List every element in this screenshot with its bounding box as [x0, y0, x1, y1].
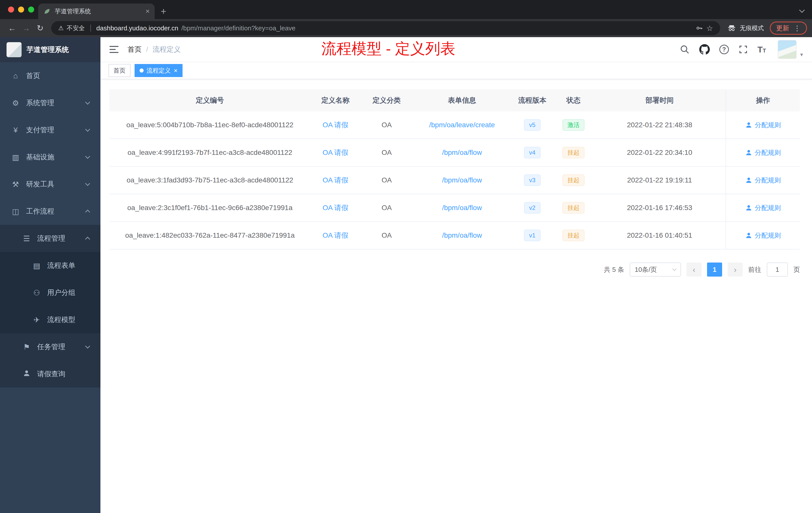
definition-name-link[interactable]: OA 请假: [323, 176, 348, 184]
current-page-button[interactable]: 1: [707, 263, 722, 277]
next-page-button[interactable]: ›: [728, 263, 743, 277]
breadcrumb-home[interactable]: 首页: [127, 45, 142, 54]
help-icon[interactable]: ?: [719, 45, 729, 54]
tag-active[interactable]: 流程定义 ×: [135, 64, 182, 77]
form-icon: ▤: [31, 261, 42, 270]
sidebar-item-label: 流程表单: [47, 261, 100, 270]
user-menu[interactable]: ▾: [778, 40, 803, 59]
sidebar-item[interactable]: ⌂首页: [0, 62, 100, 89]
user-avatar[interactable]: [778, 40, 797, 59]
sidebar-item-label: 任务管理: [37, 342, 100, 352]
assign-rule-link[interactable]: 分配规则: [745, 204, 781, 212]
definition-id: oa_leave:5:004b710b-7b8a-11ec-8ef0-acde4…: [110, 121, 310, 129]
minimize-window-button[interactable]: [18, 6, 24, 12]
logo-image: [6, 42, 22, 57]
tab-close-icon[interactable]: ×: [146, 8, 150, 15]
definition-name-link[interactable]: OA 请假: [323, 204, 348, 212]
browser-menu-icon[interactable]: ⋮: [794, 24, 801, 32]
user-group-icon: ⚇: [31, 289, 42, 297]
user-icon: [745, 177, 752, 184]
deploy-time: 2022-01-22 21:48:38: [593, 121, 726, 129]
sidebar-menu: ⌂首页⚙系统管理¥支付管理▥基础设施⚒研发工具◫工作流程☰流程管理▤流程表单⚇用…: [0, 62, 100, 388]
table-header: 定义编号 定义名称 定义分类 表单信息 流程版本 状态 部署时间 操作: [110, 89, 800, 112]
model-icon: ✈: [31, 315, 42, 324]
collapse-sidebar-icon[interactable]: [110, 46, 118, 53]
sidebar-item[interactable]: ☰流程管理: [0, 225, 100, 252]
update-button[interactable]: 更新 ⋮: [770, 22, 807, 35]
version-badge: v2: [524, 202, 540, 214]
sidebar-item-label: 首页: [26, 71, 100, 81]
tag-close-icon[interactable]: ×: [174, 67, 177, 74]
update-label: 更新: [776, 24, 789, 33]
form-info-link[interactable]: /bpm/oa/leave/create: [429, 121, 495, 129]
definition-name-link[interactable]: OA 请假: [323, 149, 348, 156]
sidebar-item[interactable]: ◫工作流程: [0, 198, 100, 225]
back-button[interactable]: ←: [5, 24, 19, 33]
deploy-time: 2022-01-22 20:34:10: [593, 149, 726, 157]
sidebar-item[interactable]: ¥支付管理: [0, 117, 100, 144]
goto-label: 前往: [748, 265, 761, 274]
sidebar-item[interactable]: ▤流程表单: [0, 252, 100, 279]
page-content: 定义编号 定义名称 定义分类 表单信息 流程版本 状态 部署时间 操作 oa_l…: [100, 79, 812, 513]
browser-toolbar: ← → ↻ ⚠ 不安全 dashboard.yudao.iocoder.cn/b…: [0, 19, 812, 37]
assign-rule-label: 分配规则: [755, 176, 781, 185]
devtools-icon: ⚒: [10, 180, 21, 189]
sidebar-item[interactable]: 请假查询: [0, 360, 100, 388]
sidebar-item[interactable]: ▥基础设施: [0, 144, 100, 171]
new-tab-button[interactable]: +: [161, 6, 166, 16]
infrastructure-icon: ▥: [10, 153, 21, 162]
url-host: dashboard.yudao.iocoder.cn: [96, 24, 178, 32]
form-info-link[interactable]: /bpm/oa/flow: [442, 149, 482, 156]
sidebar-item[interactable]: ⚑任务管理: [0, 333, 100, 360]
page-size-select[interactable]: 10条/页: [630, 263, 681, 277]
tag-home[interactable]: 首页: [109, 64, 130, 77]
search-icon[interactable]: [680, 44, 690, 55]
definition-id: oa_leave:1:482ec033-762a-11ec-8477-a2380…: [110, 232, 310, 239]
column-header-status: 状态: [553, 96, 593, 105]
definition-name-link[interactable]: OA 请假: [323, 121, 348, 129]
browser-tabstrip: 芋道管理系统 × +: [0, 0, 812, 19]
version-badge: v4: [524, 147, 540, 158]
browser-tab[interactable]: 芋道管理系统 ×: [38, 3, 155, 19]
tab-search-chevron-icon[interactable]: [799, 7, 805, 13]
definition-id: oa_leave:3:1fad3d93-7b75-11ec-a3c8-acde4…: [110, 176, 310, 184]
select-caret-icon: [672, 267, 677, 271]
definition-category: OA: [360, 176, 413, 184]
sidebar-item[interactable]: ⚙系统管理: [0, 89, 100, 117]
sidebar-item[interactable]: ⚒研发工具: [0, 171, 100, 198]
not-secure-warning-icon[interactable]: ⚠: [58, 25, 64, 32]
definition-category: OA: [360, 204, 413, 212]
security-label[interactable]: 不安全: [67, 24, 85, 32]
definition-name-link[interactable]: OA 请假: [323, 232, 348, 239]
url-path: /bpm/manager/definition?key=oa_leave: [181, 24, 295, 32]
form-info-link[interactable]: /bpm/oa/flow: [442, 204, 482, 212]
form-info-link[interactable]: /bpm/oa/flow: [442, 176, 482, 184]
reload-button[interactable]: ↻: [33, 23, 47, 33]
github-icon[interactable]: [699, 44, 710, 55]
incognito-label: 无痕模式: [740, 24, 764, 32]
form-info-link[interactable]: /bpm/oa/flow: [442, 232, 482, 239]
status-badge: 挂起: [562, 175, 584, 186]
status-badge: 挂起: [562, 147, 584, 158]
close-window-button[interactable]: [8, 6, 14, 12]
sidebar-logo[interactable]: 芋道管理系统: [0, 37, 100, 62]
assign-rule-link[interactable]: 分配规则: [745, 121, 781, 129]
forward-button[interactable]: →: [19, 24, 33, 33]
assign-rule-link[interactable]: 分配规则: [745, 176, 781, 185]
maximize-window-button[interactable]: [28, 6, 34, 12]
sidebar-item[interactable]: ⚇用户分组: [0, 279, 100, 306]
table-row: oa_leave:5:004b710b-7b8a-11ec-8ef0-acde4…: [110, 112, 800, 139]
password-key-icon[interactable]: [695, 24, 703, 32]
fullscreen-icon[interactable]: [738, 45, 748, 54]
address-bar[interactable]: ⚠ 不安全 dashboard.yudao.iocoder.cn/bpm/man…: [51, 21, 720, 35]
tag-active-label: 流程定义: [147, 66, 171, 74]
prev-page-button[interactable]: ‹: [687, 263, 701, 277]
goto-page-input[interactable]: [767, 263, 788, 277]
assign-rule-link[interactable]: 分配规则: [745, 231, 781, 240]
sidebar-item[interactable]: ✈流程模型: [0, 306, 100, 333]
tag-home-label: 首页: [114, 66, 125, 74]
font-size-icon[interactable]: TT: [757, 45, 766, 54]
bookmark-star-icon[interactable]: ☆: [706, 24, 713, 33]
breadcrumb: 首页 / 流程定义: [127, 45, 181, 54]
assign-rule-link[interactable]: 分配规则: [745, 148, 781, 157]
